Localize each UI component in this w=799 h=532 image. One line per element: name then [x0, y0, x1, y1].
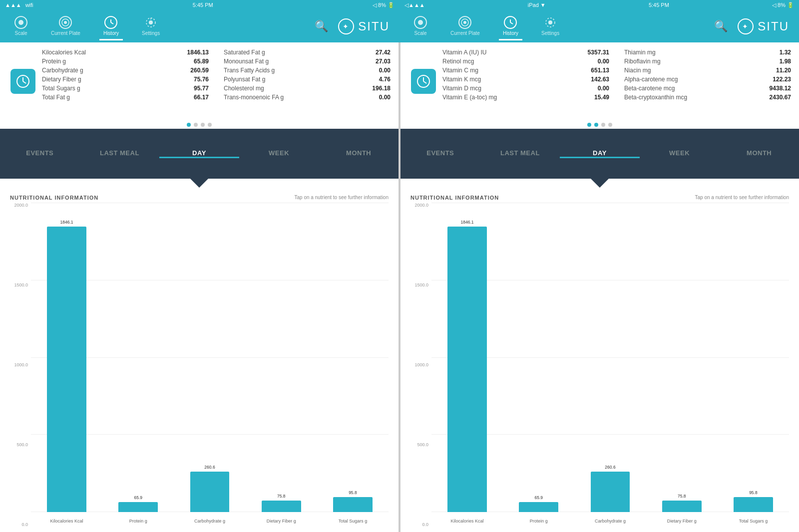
bar-group[interactable]: 65.9 — [102, 203, 174, 512]
svg-point-14 — [463, 21, 466, 24]
nav-tabs-left: Scale Current Plate History — [10, 12, 164, 40]
bar-group[interactable]: 95.8 — [718, 203, 789, 512]
brand-right: ✦ SITU — [738, 18, 789, 34]
chart-inner-right: 1846.165.9260.675.895.8 Kilocalories Kca… — [431, 203, 789, 527]
y-axis-right: 2000.0 1500.0 1000.0 500.0 0.0 — [410, 203, 431, 527]
summary-grid-right: Vitamin A (IU) IU 5357.31 Retinol mcg 0.… — [442, 48, 791, 114]
tab-lastmeal-left[interactable]: LAST MEAL — [80, 149, 160, 158]
dot-left-1[interactable] — [187, 123, 191, 127]
status-bar-right: ◁▲▲▲ iPad ▼ 5:45 PM ◁ 8% 🔋 — [400, 2, 799, 8]
summary-icon-col-right — [408, 48, 438, 114]
svg-point-8 — [149, 20, 153, 24]
tab-day-right[interactable]: DAY — [560, 149, 640, 158]
nav-bar: Scale Current Plate History — [0, 10, 799, 42]
bar[interactable] — [333, 497, 373, 512]
bar[interactable] — [190, 472, 230, 512]
dots-left — [0, 120, 399, 129]
x-axis-label: Dietary Fiber g — [646, 513, 718, 527]
dot-right-2[interactable] — [594, 123, 598, 127]
wifi-signal-left: ▲▲▲ — [5, 2, 21, 8]
bar-value-label: 260.6 — [605, 465, 615, 470]
summary-row-retinol: Retinol mcg 0.00 — [442, 57, 609, 65]
bar-group[interactable]: 260.6 — [574, 203, 646, 512]
bar[interactable] — [262, 501, 301, 512]
bar[interactable] — [447, 227, 487, 512]
bar[interactable] — [662, 501, 702, 512]
summary-row-riboflavin: Riboflavin mg 1.98 — [624, 57, 791, 65]
dot-right-4[interactable] — [608, 123, 612, 127]
summary-row-thiamin: Thiamin mg 1.32 — [624, 48, 791, 56]
status-bar: ▲▲▲ wifi 5:45 PM ◁ 8% 🔋 ◁▲▲▲ iPad ▼ 5:45… — [0, 0, 799, 10]
bar[interactable] — [519, 502, 558, 512]
bars-area-right: 1846.165.9260.675.895.8 — [431, 203, 789, 512]
bar[interactable] — [47, 227, 86, 512]
tab-events-right[interactable]: EVENTS — [400, 149, 480, 158]
bar-group[interactable]: 95.8 — [317, 203, 389, 512]
bar-value-label: 65.9 — [134, 495, 143, 500]
chart-content-left: 2000.0 1500.0 1000.0 500.0 0.0 1846.165.… — [10, 203, 389, 527]
nav-half-left: Scale Current Plate History — [0, 10, 400, 42]
summary-row-fiber: Dietary Fiber g 75.76 — [42, 75, 209, 83]
tab-month-right[interactable]: MONTH — [719, 149, 799, 158]
tab-week-left[interactable]: WEEK — [239, 149, 319, 158]
y-axis-left: 2000.0 1500.0 1000.0 500.0 0.0 — [10, 203, 31, 527]
nav-tab-settings-left[interactable]: Settings — [138, 12, 164, 40]
tab-week-right[interactable]: WEEK — [640, 149, 720, 158]
bar-value-label: 95.8 — [349, 490, 357, 495]
brand-icon-left: ✦ — [338, 18, 354, 34]
tab-day-left[interactable]: DAY — [159, 149, 239, 158]
summary-row-satfat: Saturated Fat g 27.42 — [224, 48, 391, 56]
bar[interactable] — [118, 502, 158, 512]
nav-tab-history-left[interactable]: History — [99, 12, 123, 40]
dot-right-1[interactable] — [587, 123, 591, 127]
nav-tab-history-right[interactable]: History — [499, 12, 522, 40]
chart-header-left: NUTRITIONAL INFORMATION Tap on a nutrien… — [10, 195, 389, 201]
summary-icon-box-left — [10, 69, 35, 94]
nav-tab-scale-left[interactable]: Scale — [10, 12, 32, 40]
brand-left: ✦ SITU — [338, 18, 390, 34]
chart-title-left: NUTRITIONAL INFORMATION — [10, 195, 98, 201]
bar-group[interactable]: 75.8 — [246, 203, 317, 512]
svg-point-11 — [418, 20, 423, 25]
svg-line-22 — [23, 81, 26, 83]
summary-row-cholesterol: Cholesterol mg 196.18 — [224, 84, 391, 92]
status-right-info: ◁ 8% 🔋 — [373, 2, 395, 8]
bar-group[interactable]: 75.8 — [646, 203, 718, 512]
dot-left-4[interactable] — [208, 123, 212, 127]
bar-group[interactable]: 1846.1 — [31, 203, 102, 512]
time-left: 5:45 PM — [193, 2, 213, 8]
summary-row-vitD: Vitamin D mcg 0.00 — [442, 84, 609, 92]
tab-month-left[interactable]: MONTH — [319, 149, 399, 158]
search-icon-left[interactable]: 🔍 — [315, 20, 328, 33]
svg-line-17 — [510, 22, 513, 24]
wifi-signal-right: ◁▲▲▲ — [404, 2, 425, 8]
dot-left-2[interactable] — [194, 123, 198, 127]
bar-value-label: 75.8 — [678, 494, 686, 499]
bar-group[interactable]: 65.9 — [503, 203, 574, 512]
tab-bar-right: EVENTS LAST MEAL DAY WEEK MONTH — [400, 129, 799, 179]
nav-tab-settings-right[interactable]: Settings — [537, 12, 563, 40]
nav-tab-plate-left[interactable]: Current Plate — [47, 12, 84, 40]
x-axis-label: Total Sugars g — [317, 513, 389, 527]
status-bar-left: ▲▲▲ wifi 5:45 PM ◁ 8% 🔋 — [0, 2, 400, 8]
search-icon-right[interactable]: 🔍 — [714, 20, 728, 33]
tab-lastmeal-right[interactable]: LAST MEAL — [480, 149, 560, 158]
bar[interactable] — [734, 497, 773, 512]
bar[interactable] — [591, 472, 630, 512]
dot-right-3[interactable] — [601, 123, 605, 127]
bar-group[interactable]: 1846.1 — [431, 203, 503, 512]
summary-col-right-1: Vitamin A (IU) IU 5357.31 Retinol mcg 0.… — [442, 48, 609, 114]
dot-left-3[interactable] — [201, 123, 205, 127]
nav-tab-scale-right[interactable]: Scale — [409, 12, 431, 40]
bar-value-label: 1846.1 — [461, 220, 474, 225]
x-axis-label: Carbohydrate g — [574, 513, 646, 527]
nav-tab-scale-label-right: Scale — [414, 30, 426, 36]
bar-value-label: 65.9 — [535, 495, 543, 500]
bar-group[interactable]: 260.6 — [174, 203, 245, 512]
tab-events-left[interactable]: EVENTS — [0, 149, 80, 158]
svg-point-4 — [64, 21, 67, 24]
nav-half-right: Scale Current Plate History — [400, 10, 799, 42]
summary-row-kcal: Kilocalories Kcal 1846.13 — [42, 48, 209, 56]
status-left-info: ▲▲▲ wifi — [5, 2, 33, 8]
nav-tab-plate-right[interactable]: Current Plate — [446, 12, 484, 40]
